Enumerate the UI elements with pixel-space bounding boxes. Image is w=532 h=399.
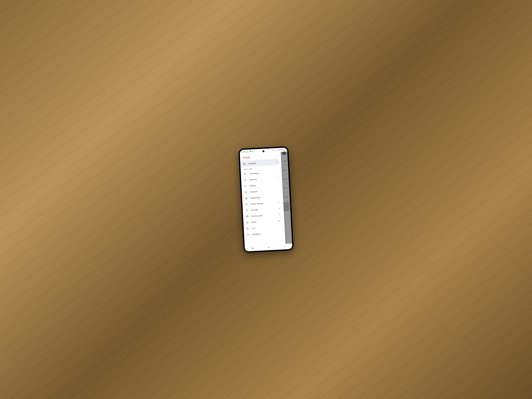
nav-item-label: Spam: [252, 220, 275, 223]
svg-point-2: [277, 150, 277, 151]
bluetooth-icon: [272, 150, 273, 151]
nav-item-label: Doručené: [248, 161, 272, 165]
nav-item-label: Důležité: [250, 184, 273, 187]
nav-item-label: Odeslané: [250, 190, 274, 193]
nav-item-badge: 6: [278, 214, 280, 215]
nav-recents-button[interactable]: [249, 247, 256, 250]
star-outline-icon[interactable]: ☆: [286, 190, 288, 193]
settings-icon: [249, 151, 251, 152]
screen: 12:20 0 KB/s: [240, 147, 292, 252]
inbox-row-time: 14. 6.: [284, 178, 287, 180]
nav-item-badge: 1: [276, 177, 279, 179]
wifi-icon: [276, 149, 278, 151]
signal-icon: [278, 149, 280, 151]
svg-line-7: [252, 248, 253, 248]
svg-line-8: [252, 248, 253, 248]
nav-item-label: Koncepty: [251, 208, 275, 211]
draft-icon: [245, 209, 248, 212]
status-battery-text: 40%: [280, 149, 283, 151]
star-outline-icon[interactable]: ☆: [286, 208, 288, 211]
image-icon: [252, 150, 253, 152]
nav-item-label: Odložené: [249, 177, 273, 181]
nav-item-badge: 2: [277, 202, 280, 203]
inbox-row-time: 11. 6.: [285, 196, 288, 198]
mute-icon: [274, 149, 276, 151]
nav-item-badge: [276, 184, 279, 184]
star-icon: [243, 173, 246, 175]
battery-icon: [283, 149, 285, 151]
content-area: 12:08 ☆ 14. 6. ☆ 14. 6. ☆ 13. 6. ☆ 11. 6…: [240, 152, 292, 246]
nav-item-badge: 99+: [278, 220, 280, 222]
status-net-speed: 0 KB/s: [247, 150, 249, 153]
nav-item-label: Pošta k odeslání: [251, 202, 274, 205]
inbox-row-time: 6.: [287, 205, 288, 207]
scheduled-icon: [245, 197, 247, 200]
inbox-row-time: 14. 6.: [283, 170, 287, 171]
svg-rect-10: [268, 247, 269, 248]
status-time: 12:20: [242, 151, 246, 153]
label-icon: [247, 233, 249, 236]
inbox-icon: [243, 162, 246, 165]
outbox-icon: [245, 203, 248, 206]
clock-icon: [244, 179, 247, 181]
svg-rect-4: [284, 150, 285, 150]
important-icon: [244, 185, 247, 187]
inbox-row-time: 12:08: [283, 161, 286, 162]
send-icon: [244, 191, 247, 193]
star-outline-icon[interactable]: ☆: [286, 199, 288, 202]
nav-item-label: Naplánované: [250, 196, 274, 199]
star-outline-icon[interactable]: ☆: [285, 164, 286, 166]
inbox-row-time: 13. 6.: [284, 187, 288, 189]
spam-icon: [246, 221, 249, 224]
svg-rect-5: [284, 149, 284, 149]
star-outline-icon[interactable]: ☆: [285, 172, 287, 175]
svg-line-9: [252, 249, 253, 249]
nav-item-badge: 5: [278, 208, 280, 209]
nav-item-badge: 1: [275, 161, 278, 163]
phone-frame: 12:20 0 KB/s: [238, 146, 294, 253]
nav-item-label: S hvězdičkou: [249, 171, 273, 175]
nav-back-button[interactable]: [281, 245, 288, 248]
nav-drawer[interactable]: Gmail Doručené 1 Všechny štítky S hvězdi…: [240, 152, 285, 246]
star-outline-icon[interactable]: ☆: [285, 181, 287, 184]
nav-item-label: Koš: [252, 226, 276, 229]
trash-icon: [246, 227, 249, 230]
nav-item-label: Všechna pošta: [251, 214, 275, 217]
nav-home-button[interactable]: [265, 246, 272, 249]
allmail-icon: [246, 215, 248, 218]
account-avatar[interactable]: [282, 152, 286, 155]
nav-item-label: [Gmail]Koš: [252, 232, 276, 235]
